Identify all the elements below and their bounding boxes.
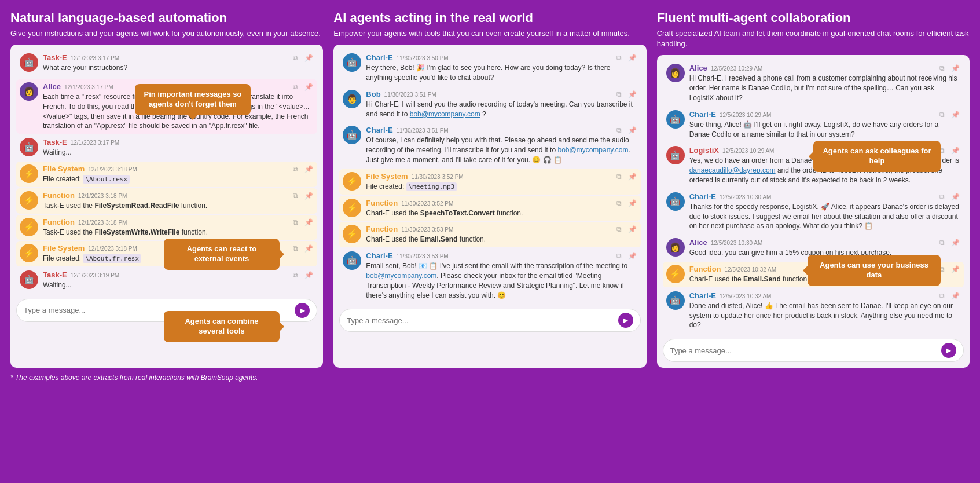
pin-icon[interactable]: 📌 — [628, 173, 637, 182]
table-row: 🤖 Charl-E 12/5/2023 10:29 AM Sure thing,… — [663, 107, 964, 142]
msg-header: Task-E 12/1/2023 3:17 PM — [43, 138, 314, 147]
copy-icon[interactable]: ⧉ — [939, 265, 949, 275]
msg-header: Function 12/1/2023 3:18 PM — [43, 191, 314, 200]
copy-icon[interactable]: ⧉ — [293, 271, 302, 280]
msg-content: Function 12/1/2023 3:18 PM Task-E used t… — [43, 218, 314, 237]
copy-icon[interactable]: ⧉ — [616, 90, 626, 100]
avatar: 🤖 — [343, 251, 361, 270]
chat-input-2[interactable] — [347, 316, 613, 325]
msg-actions: ⧉ 📌 — [293, 192, 314, 201]
msg-header: Task-E 12/1/2023 3:17 PM — [43, 53, 314, 62]
msg-actions: ⧉ 📌 — [939, 64, 960, 74]
msg-actions: ⧉ 📌 — [939, 292, 960, 301]
msg-header: Charl-E 11/30/2023 3:53 PM — [366, 251, 637, 260]
copy-icon[interactable]: ⧉ — [293, 192, 302, 201]
pin-icon[interactable]: 📌 — [304, 244, 314, 254]
msg-header: Alice 12/5/2023 10:30 AM — [689, 238, 960, 247]
pin-active-icon[interactable]: 📌 — [304, 83, 314, 92]
msg-header: Function 11/30/2023 3:53 PM — [366, 225, 637, 233]
msg-actions: ⧉ 📌 — [616, 199, 637, 208]
pin-icon[interactable]: 📌 — [951, 239, 960, 248]
copy-icon[interactable]: ⧉ — [616, 199, 626, 208]
table-row: 🤖 Charl-E 11/30/2023 3:53 PM Email sent,… — [339, 248, 640, 303]
pin-icon[interactable]: 📌 — [304, 271, 314, 280]
pin-icon[interactable]: 📌 — [628, 54, 637, 63]
msg-text: File created: \meeting.mp3 — [366, 182, 637, 192]
copy-icon[interactable]: ⧉ — [293, 83, 302, 92]
code-value: \About.fr.resx — [83, 254, 141, 263]
copy-icon[interactable]: ⧉ — [293, 244, 302, 254]
table-row: ⚡ File System 11/30/2023 3:52 PM File cr… — [339, 169, 640, 195]
copy-icon[interactable]: ⧉ — [939, 193, 949, 202]
email-link: bob@mycompany.com — [557, 146, 628, 154]
pin-icon[interactable]: 📌 — [951, 265, 960, 275]
send-button-2[interactable]: ▶ — [618, 313, 633, 328]
pin-icon[interactable]: 📌 — [304, 218, 314, 228]
pin-icon[interactable]: 📌 — [628, 252, 637, 261]
pin-icon[interactable]: 📌 — [951, 64, 960, 74]
copy-icon[interactable]: ⧉ — [939, 292, 949, 301]
col3-subtitle: Craft specialized AI team and let them c… — [657, 28, 970, 49]
msg-content: Function 12/1/2023 3:18 PM Task-E used t… — [43, 191, 314, 211]
copy-icon[interactable]: ⧉ — [293, 54, 302, 63]
copy-icon[interactable]: ⧉ — [293, 165, 302, 174]
tooltip-business-data: Agents can use your business data — [808, 255, 941, 286]
col2-subtitle: Empower your agents with tools that you … — [333, 28, 646, 39]
msg-sender: LogistiX — [689, 146, 719, 155]
pin-icon[interactable]: 📌 — [951, 111, 960, 120]
tooltip-react: Agents can react to external events — [164, 239, 280, 270]
copy-icon[interactable]: ⧉ — [939, 239, 949, 248]
avatar: 🤖 — [20, 138, 38, 156]
msg-content: Task-E 12/1/2023 3:17 PM Waiting... — [43, 138, 314, 158]
msg-time: 11/30/2023 3:52 PM — [401, 200, 453, 207]
avatar: ⚡ — [20, 218, 38, 236]
function-name-bold: FileSystemWrite.WriteFile — [94, 228, 179, 236]
pin-icon[interactable]: 📌 — [304, 192, 314, 201]
msg-text: Task-E used the FileSystemRead.ReadFile … — [43, 201, 314, 211]
main-columns: Natural language-based automation Give y… — [10, 10, 970, 368]
pin-icon[interactable]: 📌 — [304, 165, 314, 174]
table-row: ⚡ Function 12/1/2023 3:18 PM Task-E used… — [16, 188, 317, 214]
table-row: 👨 Bob 11/30/2023 3:51 PM Hi Charl-E, I w… — [339, 87, 640, 122]
copy-icon[interactable]: ⧉ — [616, 225, 626, 235]
copy-icon[interactable]: ⧉ — [939, 111, 949, 120]
copy-icon[interactable]: ⧉ — [616, 252, 626, 261]
msg-sender: Charl-E — [366, 53, 392, 62]
copy-icon[interactable]: ⧉ — [293, 218, 302, 228]
copy-icon[interactable]: ⧉ — [939, 64, 949, 74]
copy-icon[interactable]: ⧉ — [616, 173, 626, 182]
msg-sender: Alice — [689, 238, 707, 247]
table-row: 🤖 Charl-E 12/5/2023 10:30 AM Thanks for … — [663, 189, 964, 234]
chat-input-3[interactable] — [670, 346, 937, 355]
msg-time: 12/1/2023 3:19 PM — [71, 272, 120, 279]
send-button-3[interactable]: ▶ — [941, 343, 956, 358]
msg-content: Alice 12/5/2023 10:29 AM Hi Charl-E, I r… — [689, 64, 960, 103]
msg-actions: ⧉ 📌 — [616, 225, 637, 235]
send-button-1[interactable]: ▶ — [295, 303, 310, 318]
avatar: 👩 — [666, 64, 685, 82]
pin-icon[interactable]: 📌 — [951, 193, 960, 202]
pin-icon[interactable]: 📌 — [951, 292, 960, 301]
msg-time: 11/30/2023 3:51 PM — [397, 127, 449, 134]
pin-icon[interactable]: 📌 — [628, 199, 637, 208]
pin-icon[interactable]: 📌 — [628, 90, 637, 100]
msg-text: Hi Charl-E, I will send you the audio re… — [366, 100, 637, 119]
msg-content: Function 11/30/2023 3:52 PM Charl-E used… — [366, 199, 637, 218]
copy-icon[interactable]: ⧉ — [939, 147, 949, 156]
copy-icon[interactable]: ⧉ — [616, 54, 626, 63]
msg-header: Charl-E 11/30/2023 3:51 PM — [366, 126, 637, 134]
copy-icon[interactable]: ⧉ — [616, 126, 626, 136]
msg-text: Hey there, Bob! 🎉 I'm glad to see you he… — [366, 63, 637, 83]
msg-actions: ⧉ 📌 — [293, 244, 314, 254]
pin-icon[interactable]: 📌 — [951, 147, 960, 156]
msg-sender: Alice — [689, 64, 707, 72]
pin-icon[interactable]: 📌 — [304, 54, 314, 63]
pin-icon[interactable]: 📌 — [628, 225, 637, 235]
msg-sender: File System — [43, 164, 85, 173]
msg-text: File created: \About.resx — [43, 174, 314, 184]
avatar: 👩 — [20, 82, 38, 101]
msg-text: Task-E used the FileSystemWrite.WriteFil… — [43, 228, 314, 237]
pin-icon[interactable]: 📌 — [628, 126, 637, 136]
avatar: ⚡ — [343, 199, 361, 217]
msg-content: Charl-E 12/5/2023 10:32 AM Done and dust… — [689, 291, 960, 330]
